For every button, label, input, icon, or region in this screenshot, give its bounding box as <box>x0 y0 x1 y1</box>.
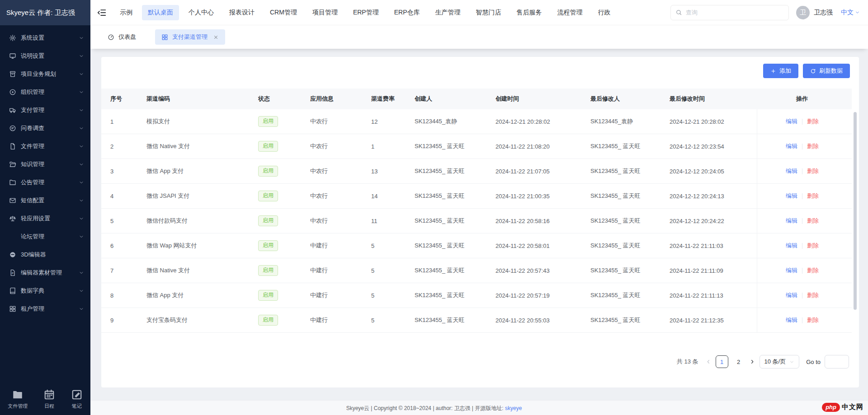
app-logo: Skyeye云 作者: 卫志强 <box>0 0 90 25</box>
php-watermark-text: 中文网 <box>842 403 863 411</box>
cell-actions: 编辑删除 <box>757 233 852 258</box>
action-divider <box>802 317 802 323</box>
table-body: 1模拟支付启用中农行12SK123445_袁静2024-12-21 20:28:… <box>101 109 852 333</box>
sidebar-item-轻应用设置[interactable]: 轻应用设置 <box>0 210 90 228</box>
refresh-data-button[interactable]: 刷新数据 <box>803 64 850 78</box>
cell-modifier: SK123455_ 蓝天旺 <box>590 217 670 225</box>
delete-link[interactable]: 删除 <box>807 242 819 250</box>
cell-modifier: SK123455_ 蓝天旺 <box>590 316 670 324</box>
goto-page-input[interactable] <box>825 355 849 368</box>
cell-created: 2024-11-22 20:57:19 <box>495 292 590 299</box>
truck-icon <box>9 107 16 114</box>
edit-link[interactable]: 编辑 <box>786 242 797 250</box>
search-box <box>670 5 789 20</box>
page-size-label: 10 条/页 <box>764 358 786 366</box>
status-badge: 启用 <box>258 290 278 301</box>
nav-item-流程管理[interactable]: 流程管理 <box>551 5 588 20</box>
nav-item-示例[interactable]: 示例 <box>114 5 138 20</box>
chevron-down-icon <box>79 126 84 131</box>
edit-link[interactable]: 编辑 <box>786 142 797 150</box>
delete-link[interactable]: 删除 <box>807 217 819 225</box>
table-scrollbar[interactable] <box>854 112 857 310</box>
sidebar-item-文件管理[interactable]: 文件管理 <box>0 137 90 155</box>
close-icon[interactable] <box>213 34 219 40</box>
sidebar-item-论坛管理[interactable]: 论坛管理 <box>0 228 90 246</box>
delete-link[interactable]: 删除 <box>807 316 819 324</box>
tab-支付渠道管理[interactable]: 支付渠道管理 <box>155 29 225 45</box>
delete-link[interactable]: 删除 <box>807 167 819 175</box>
sidebar-item-系统设置[interactable]: 系统设置 <box>0 29 90 47</box>
cell-app: 中建行 <box>310 291 371 299</box>
delete-link[interactable]: 删除 <box>807 142 819 150</box>
tab-仪表盘[interactable]: 仪表盘 <box>101 29 142 45</box>
sidebar-item-短信配置[interactable]: 短信配置 <box>0 191 90 210</box>
folder-open-icon <box>9 161 16 168</box>
cell-modified: 2024-12-12 20:24:05 <box>670 168 757 175</box>
delete-link[interactable]: 删除 <box>807 291 819 299</box>
edit-link[interactable]: 编辑 <box>786 266 797 275</box>
sidebar-item-label: 知识管理 <box>21 160 79 168</box>
sidebar-item-问卷调查[interactable]: 问卷调查 <box>0 119 90 137</box>
edit-link[interactable]: 编辑 <box>786 192 797 200</box>
edit-link[interactable]: 编辑 <box>786 167 797 175</box>
nav-item-售后服务[interactable]: 售后服务 <box>510 5 547 20</box>
delete-link[interactable]: 删除 <box>807 192 819 200</box>
cell-no: 2 <box>101 143 146 150</box>
nav-item-生产管理[interactable]: 生产管理 <box>429 5 466 20</box>
previous-page-icon[interactable] <box>705 359 712 365</box>
sidebar-footer: 文件管理日程笔记 <box>0 389 90 410</box>
nav-item-默认桌面[interactable]: 默认桌面 <box>142 5 179 20</box>
avatar[interactable]: 卫 <box>796 6 810 19</box>
edit-link[interactable]: 编辑 <box>786 117 797 126</box>
nav-item-行政[interactable]: 行政 <box>592 5 616 20</box>
sidebar-item-组织管理[interactable]: 组织管理 <box>0 83 90 101</box>
user-name[interactable]: 卫志强 <box>814 9 833 17</box>
sidebar-item-租户管理[interactable]: 租户管理 <box>0 300 90 318</box>
chevron-down-icon <box>79 89 84 95</box>
sidebar-item-数据字典[interactable]: 数据字典 <box>0 282 90 300</box>
sidebar-item-支付管理[interactable]: 支付管理 <box>0 101 90 119</box>
action-divider <box>802 243 802 249</box>
edit-link[interactable]: 编辑 <box>786 316 797 324</box>
language-switcher[interactable]: 中文 <box>841 9 860 17</box>
sidebar-shortcut-日程[interactable]: 日程 <box>43 389 55 410</box>
sidebar-item-label: 论坛管理 <box>21 233 79 241</box>
nav-item-CRM管理[interactable]: CRM管理 <box>264 5 303 20</box>
next-page-icon[interactable] <box>749 359 755 365</box>
edit-link[interactable]: 编辑 <box>786 217 797 225</box>
cell-rate: 14 <box>371 193 415 200</box>
page-button-1[interactable]: 1 <box>716 355 728 368</box>
sidebar-shortcut-笔记[interactable]: 笔记 <box>71 389 83 410</box>
nav-item-智慧门店[interactable]: 智慧门店 <box>470 5 507 20</box>
delete-link[interactable]: 删除 <box>807 266 819 275</box>
table-row: 4微信 JSAPI 支付启用中农行14SK123455_ 蓝天旺2024-11-… <box>101 184 852 209</box>
cell-modified: 2024-11-22 21:11:03 <box>670 242 757 249</box>
sidebar-item-编辑器素材管理[interactable]: P编辑器素材管理 <box>0 264 90 282</box>
nav-item-ERP仓库[interactable]: ERP仓库 <box>388 5 426 20</box>
cell-created: 2024-11-22 20:57:43 <box>495 267 590 274</box>
calendar-icon <box>43 389 55 401</box>
nav-item-报表设计[interactable]: 报表设计 <box>223 5 260 20</box>
sidebar-item-项目业务规划[interactable]: 项目业务规划 <box>0 65 90 83</box>
page-button-2[interactable]: 2 <box>732 355 745 368</box>
nav-item-项目管理[interactable]: 项目管理 <box>307 5 344 20</box>
column-header-最后修改人: 最后修改人 <box>590 95 670 103</box>
action-divider <box>802 119 802 125</box>
sidebar-shortcut-文件管理[interactable]: 文件管理 <box>8 389 28 410</box>
cell-modifier: SK123445_袁静 <box>590 117 670 126</box>
collapse-sidebar-icon[interactable] <box>97 8 107 18</box>
table-row: 8微信 App 支付启用中建行5SK123455_ 蓝天旺2024-11-22 … <box>101 283 852 308</box>
sidebar-item-知识管理[interactable]: 知识管理 <box>0 155 90 173</box>
footer-repo-link[interactable]: skyeye <box>505 405 522 411</box>
page-size-select[interactable]: 10 条/页 <box>760 355 800 368</box>
add-button[interactable]: 添加 <box>763 64 798 78</box>
sidebar-item-3D编辑器[interactable]: 3D编辑器 <box>0 246 90 264</box>
search-input[interactable] <box>686 9 784 16</box>
nav-item-个人中心[interactable]: 个人中心 <box>183 5 220 20</box>
cell-modified: 2024-11-22 21:11:09 <box>670 267 757 274</box>
edit-link[interactable]: 编辑 <box>786 291 797 299</box>
nav-item-ERP管理[interactable]: ERP管理 <box>347 5 385 20</box>
delete-link[interactable]: 删除 <box>807 117 819 126</box>
sidebar-item-公告管理[interactable]: 公告管理 <box>0 173 90 191</box>
sidebar-item-说明设置[interactable]: 说明设置 <box>0 47 90 65</box>
